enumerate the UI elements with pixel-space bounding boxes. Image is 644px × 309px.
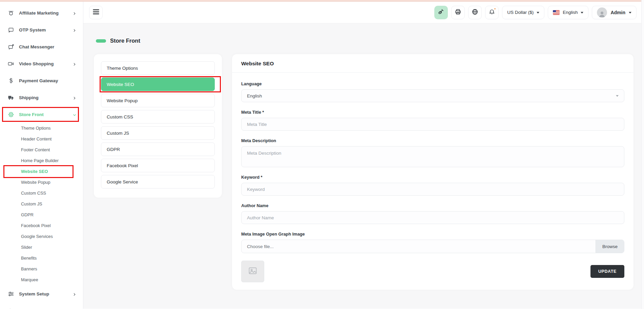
chevron-right-icon	[73, 28, 76, 31]
sidebar-subitem-google-services[interactable]: Google Services	[0, 231, 83, 242]
form-group-meta-title: Meta Title *Meta Title	[241, 110, 624, 131]
tab-custom-css[interactable]: Custom CSS	[101, 110, 215, 124]
sidebar-item-label: Store Front	[19, 112, 73, 117]
tab-theme-options[interactable]: Theme Options	[101, 61, 215, 75]
tab-facebook-pixel[interactable]: Facebook Pixel	[101, 159, 215, 172]
settings-tabs-card: Theme OptionsWebsite SEOWebsite PopupCus…	[94, 54, 222, 198]
chevron-right-icon	[73, 292, 76, 295]
author-name-input[interactable]: Author Name	[241, 211, 624, 224]
sidebar-subitem-banners[interactable]: Banners	[0, 264, 83, 274]
sidebar-subitem-header-content[interactable]: Header Content	[0, 134, 83, 145]
sidebar-item-shipping[interactable]: Shipping	[0, 89, 83, 106]
sidebar-subitem-custom-js[interactable]: Custom JS	[0, 199, 83, 209]
bell-icon	[489, 8, 495, 16]
sidebar-item-payment-gateway[interactable]: Payment Gateway	[0, 72, 83, 89]
menu-icon	[93, 9, 99, 16]
sidebar-item-affiliate-marketing[interactable]: Affiliate Marketing	[0, 4, 83, 21]
tab-google-service[interactable]: Google Service	[101, 175, 215, 189]
image-placeholder-icon	[248, 266, 258, 277]
file-input-value: Choose file...	[242, 244, 596, 249]
top-header: US Dollar ($) English Admin	[83, 2, 644, 23]
meta-title-input[interactable]: Meta Title	[241, 118, 624, 131]
video-icon	[7, 60, 14, 67]
chevron-right-icon	[73, 62, 76, 65]
sidebar-item-label: Manage Staffs	[19, 308, 76, 309]
chevron-down-icon	[629, 12, 631, 14]
page-scrollbar[interactable]	[641, 0, 644, 309]
sidebar-subitem-footer-content[interactable]: Footer Content	[0, 145, 83, 155]
sidebar-item-label: Video Shopping	[19, 61, 73, 66]
sidebar-item-video-shopping[interactable]: Video Shopping	[0, 55, 83, 72]
avatar	[597, 7, 607, 18]
sidebar-item-chat-messenger[interactable]: Chat Messenger	[0, 38, 83, 55]
field-label: Meta Description	[241, 138, 624, 143]
us-flag-icon	[553, 10, 560, 15]
keyword-input[interactable]: Keyword	[241, 183, 624, 196]
currency-dropdown[interactable]: US Dollar ($)	[502, 6, 544, 19]
sidebar-subitem-slider[interactable]: Slider	[0, 242, 83, 253]
globe-icon	[472, 8, 478, 16]
form-group-language: LanguageEnglish	[241, 81, 624, 102]
sidebar-subitem-marquee[interactable]: Marquee	[0, 274, 83, 285]
tab-website-seo[interactable]: Website SEO	[101, 78, 215, 91]
sidebar-item-label: Affiliate Marketing	[19, 10, 73, 16]
admin-user-dropdown[interactable]: Admin	[592, 6, 637, 19]
website-seo-form-card: Website SEO LanguageEnglishMeta Title *M…	[232, 54, 633, 290]
meta-description-textarea[interactable]: Meta Description	[241, 146, 624, 167]
globe-icon-button[interactable]	[468, 6, 482, 19]
field-label: Language	[241, 81, 624, 86]
bell-icon-button[interactable]	[485, 6, 499, 19]
gear-icon	[7, 111, 14, 118]
sidebar-subitem-website-seo[interactable]: Website SEO	[0, 166, 83, 177]
content-area: Store Front Theme OptionsWebsite SEOWebs…	[83, 23, 644, 309]
form-group-author-name: Author NameAuthor Name	[241, 203, 624, 224]
sidebar-item-label: Chat Messenger	[19, 44, 76, 49]
sidebar-item-manage-staffs[interactable]: Manage Staffs	[0, 302, 83, 309]
currency-label: US Dollar ($)	[507, 10, 534, 15]
sidebar-nav: Affiliate MarketingOTP SystemChat Messen…	[0, 2, 83, 309]
form-footer-row: UPDATE	[241, 261, 624, 282]
form-group-meta-description: Meta DescriptionMeta Description	[241, 138, 624, 167]
hamburger-menu-button[interactable]	[89, 6, 103, 19]
truck-icon	[7, 94, 14, 101]
admin-label: Admin	[610, 10, 625, 15]
chevron-down-icon	[581, 12, 583, 14]
sidebar-subitem-website-popup[interactable]: Website Popup	[0, 177, 83, 188]
language-label: English	[563, 10, 578, 15]
sidebar-subitem-benefits[interactable]: Benefits	[0, 253, 83, 264]
messenger-icon	[7, 43, 14, 50]
broom-icon	[438, 8, 444, 16]
dollar-icon	[7, 77, 14, 84]
page-title-row: Store Front	[94, 38, 633, 44]
form-group-keyword: Keyword *Keyword	[241, 175, 624, 196]
sidebar-subitem-theme-options[interactable]: Theme Options	[0, 123, 83, 134]
sidebar-item-label: Shipping	[19, 95, 73, 100]
printer-icon	[455, 8, 461, 16]
printer-icon-button[interactable]	[451, 6, 465, 19]
language-dropdown[interactable]: English	[548, 6, 588, 19]
tab-custom-js[interactable]: Custom JS	[101, 126, 215, 140]
sidebar-subitem-custom-css[interactable]: Custom CSS	[0, 188, 83, 199]
title-accent-pill	[96, 39, 106, 43]
chevron-down-icon	[537, 12, 539, 14]
sidebar-subitem-facebook-pixel[interactable]: Facebook Pixel	[0, 220, 83, 231]
meta-image-open-graph-image-file-input[interactable]: Choose file...Browse	[241, 240, 624, 253]
sidebar-subitem-gdpr[interactable]: GDPR	[0, 209, 83, 220]
field-label: Meta Image Open Graph Image	[241, 231, 624, 237]
sidebar-item-otp-system[interactable]: OTP System	[0, 21, 83, 38]
podium-icon	[7, 9, 14, 16]
tab-gdpr[interactable]: GDPR	[101, 142, 215, 156]
field-label: Keyword *	[241, 175, 624, 180]
tab-website-popup[interactable]: Website Popup	[101, 94, 215, 107]
sidebar-item-system-setup[interactable]: System Setup	[0, 285, 83, 302]
sidebar-item-label: System Setup	[19, 291, 73, 296]
field-label: Meta Title *	[241, 110, 624, 115]
sidebar-item-label: Payment Gateway	[19, 78, 76, 83]
sidebar-item-store-front[interactable]: Store Front	[0, 106, 83, 123]
page-title: Store Front	[110, 38, 140, 44]
browse-button[interactable]: Browse	[596, 240, 624, 253]
language-select[interactable]: English	[241, 89, 624, 102]
broom-icon-button[interactable]	[434, 6, 448, 19]
update-button[interactable]: UPDATE	[590, 265, 624, 278]
sidebar-subitem-home-page-builder[interactable]: Home Page Builder	[0, 155, 83, 166]
